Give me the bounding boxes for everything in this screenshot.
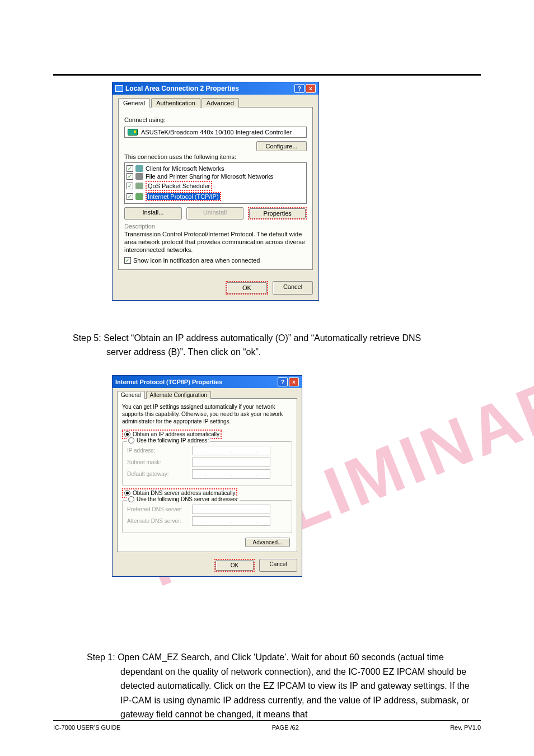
alt-dns-label: Alternate DNS server: [127, 518, 189, 524]
item-label: Client for Microsoft Networks [146, 165, 224, 172]
printer-share-icon [135, 173, 143, 180]
qos-icon [135, 183, 143, 189]
step5-line2: server address (B)”. Then click on “ok”. [106, 346, 475, 360]
obtain-dns-radio[interactable] [124, 490, 130, 496]
page-footer: IC-7000 USER’S GUIDE PAGE /62 Rev. PV1.0 [53, 720, 481, 731]
pref-dns-label: Preferred DNS server: [127, 506, 189, 512]
ip-address-field: ... [192, 446, 270, 455]
advanced-button[interactable]: Advanced... [245, 538, 290, 547]
gateway-label: Default gateway: [127, 471, 189, 477]
footer-left: IC-7000 USER’S GUIDE [53, 724, 120, 731]
tab-strip: General Authentication Advanced [118, 98, 313, 108]
list-item: ✓ QoS Packet Scheduler [127, 180, 305, 192]
static-dns-group: Use the following DNS server addresses: … [122, 500, 292, 533]
items-label: This connection uses the following items… [124, 153, 307, 160]
use-ip-label: Use the following IP address: [137, 437, 209, 444]
item-label-highlight: QoS Packet Scheduler [146, 181, 212, 191]
dialog-title: Local Area Connection 2 Properties [125, 85, 239, 92]
client-icon [135, 165, 143, 172]
ip-address-label: IP address: [127, 447, 189, 454]
lan-properties-dialog: Local Area Connection 2 Properties ? × G… [112, 82, 319, 301]
configure-button[interactable]: Configure... [256, 141, 307, 151]
install-button[interactable]: Install... [124, 207, 182, 220]
dialog-titlebar: Internet Protocol (TCP/IP) Properties ? … [113, 376, 302, 388]
properties-button[interactable]: Properties [249, 208, 306, 218]
info-text: You can get IP settings assigned automat… [122, 403, 292, 425]
use-ip-radio[interactable] [128, 437, 134, 444]
step1-text: Step 1: Open CAM_EZ Search, and Click ‘U… [120, 650, 475, 722]
checkbox-icon[interactable]: ✓ [127, 193, 133, 200]
checkbox-icon[interactable]: ✓ [127, 165, 133, 172]
tab-strip: General Alternate Configuration [117, 391, 297, 399]
tcpip-properties-dialog: Internet Protocol (TCP/IP) Properties ? … [112, 375, 302, 577]
lan-icon [115, 85, 123, 92]
footer-right: Rev. PV1.0 [450, 724, 481, 731]
page-content-area: Local Area Connection 2 Properties ? × G… [53, 74, 481, 734]
checkbox-icon[interactable]: ✓ [127, 173, 133, 180]
description-text: Transmission Control Protocol/Internet P… [124, 231, 307, 254]
ok-button[interactable]: OK [216, 560, 254, 571]
tab-general[interactable]: General [118, 98, 150, 108]
footer-center: PAGE /62 [272, 724, 299, 731]
obtain-dns-label: Obtain DNS server address automatically [133, 490, 235, 496]
subnet-field: ... [192, 458, 270, 467]
tab-alt-config[interactable]: Alternate Configuration [146, 391, 211, 399]
connect-using-label: Connect using: [124, 116, 307, 123]
checkbox-icon[interactable]: ✓ [127, 183, 133, 189]
step5-line1: Step 5: Select “Obtain an IP address aut… [73, 332, 475, 346]
list-item: ✓ File and Printer Sharing for Microsoft… [127, 172, 305, 180]
alt-dns-field: ... [192, 516, 270, 526]
adapter-field: ASUSTeK/Broadcom 440x 10/100 Integrated … [124, 127, 307, 138]
tcpip-icon [135, 193, 143, 200]
tab-advanced[interactable]: Advanced [202, 98, 239, 108]
static-ip-group: Use the following IP address: IP address… [122, 441, 292, 486]
tcpip-panel: You can get IP settings assigned automat… [117, 398, 297, 552]
description-heading: Description [124, 223, 307, 230]
use-dns-radio[interactable] [128, 496, 134, 502]
connection-items-list[interactable]: ✓ Client for Microsoft Networks ✓ File a… [124, 162, 307, 204]
adapter-name: ASUSTeK/Broadcom 440x 10/100 Integrated … [141, 129, 292, 136]
list-item: ✓ Internet Protocol (TCP/IP) [127, 192, 305, 202]
item-label-selected: Internet Protocol (TCP/IP) [147, 193, 220, 200]
cancel-button[interactable]: Cancel [259, 559, 297, 572]
show-icon-checkbox[interactable]: ✓ [124, 257, 131, 264]
help-button[interactable]: ? [294, 84, 305, 93]
step1-paragraph: Step 1: Open CAM_EZ Search, and Click ‘U… [87, 650, 475, 722]
item-label: File and Printer Sharing for Microsoft N… [146, 173, 273, 180]
uninstall-button: Uninstall [186, 207, 244, 220]
dialog-titlebar: Local Area Connection 2 Properties ? × [113, 82, 318, 95]
obtain-ip-radio[interactable] [124, 431, 130, 437]
obtain-ip-label: Obtain an IP address automatically [133, 431, 219, 437]
gateway-field: ... [192, 469, 270, 479]
nic-icon [128, 129, 138, 136]
use-dns-label: Use the following DNS server addresses: [137, 496, 238, 502]
cancel-button[interactable]: Cancel [273, 281, 313, 295]
show-icon-label: Show icon in notification area when conn… [133, 257, 260, 264]
ok-button[interactable]: OK [227, 282, 267, 293]
list-item: ✓ Client for Microsoft Networks [127, 165, 305, 172]
subnet-label: Subnet mask: [127, 459, 189, 465]
help-button[interactable]: ? [278, 377, 288, 386]
close-button[interactable]: × [289, 377, 299, 386]
close-button[interactable]: × [306, 84, 316, 93]
tab-authentication[interactable]: Authentication [151, 98, 200, 108]
tab-general[interactable]: General [117, 391, 145, 399]
pref-dns-field: ... [192, 505, 270, 514]
dialog-title: Internet Protocol (TCP/IP) Properties [115, 379, 222, 385]
general-panel: Connect using: ASUSTeK/Broadcom 440x 10/… [118, 107, 313, 270]
step5-paragraph: Step 5: Select “Obtain an IP address aut… [73, 332, 475, 360]
